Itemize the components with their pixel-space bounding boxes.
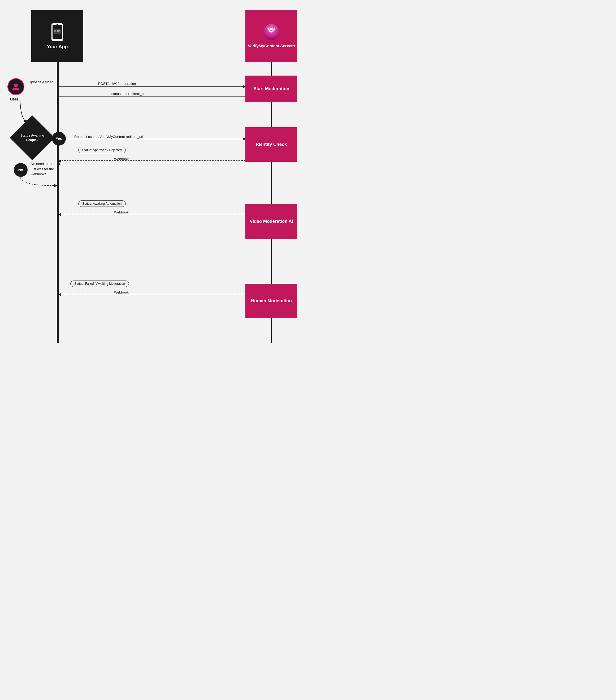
human-moderation-block: Human Moderation (245, 284, 297, 318)
diamond-container: Status Awaiting People? (14, 119, 51, 157)
post-line (59, 86, 245, 87)
your-app-box: Your App (31, 10, 83, 62)
user-circle (8, 78, 24, 95)
post-label: POST/api/v1/moderation (98, 82, 136, 86)
svg-rect-6 (57, 31, 59, 32)
approved-badge: Status: Approved / Rejected (78, 147, 126, 153)
identity-check-label: Identity Check (256, 141, 287, 147)
start-moderation-label: Start Moderation (253, 86, 289, 92)
failed-badge: Status: Failed / Awaiting Moderation (70, 280, 129, 287)
human-moderation-label: Human Moderation (251, 298, 292, 304)
svg-point-4 (54, 30, 56, 32)
vmc-server-label: VerifyMyContent Servers (248, 43, 295, 49)
yes-circle: Yes (52, 132, 66, 146)
redirect-user-label: Redirect user to VerifyMyContent redirec… (74, 135, 143, 139)
svg-rect-5 (57, 30, 60, 31)
video-moderation-label: Video Moderation AI (250, 218, 293, 224)
status-redirect-label: status and redirect_url (111, 92, 146, 96)
svg-point-8 (270, 28, 273, 30)
vmc-logo (263, 24, 280, 40)
awaiting-automation-badge: Status: Awaiting Automation (78, 200, 126, 207)
vmc-server-box: VerifyMyContent Servers (245, 10, 297, 62)
webhook-dashed-3 (59, 294, 245, 294)
svg-point-2 (57, 24, 58, 25)
diagram-container: Your App VerifyMyContent Servers Start M… (0, 0, 308, 350)
phone-icon (49, 23, 65, 41)
svg-marker-11 (54, 184, 57, 187)
no-dashed-arrow (13, 170, 61, 191)
webhook-dashed-2 (59, 214, 245, 214)
your-app-label: Your App (47, 44, 68, 50)
status-line (59, 96, 245, 97)
redirect-line (66, 139, 245, 139)
user-icon (11, 82, 21, 91)
webhook-dashed-1 (59, 160, 245, 161)
video-moderation-block: Video Moderation AI (245, 204, 297, 239)
identity-check-block: Identity Check (245, 127, 297, 162)
main-vertical-line (57, 62, 59, 343)
start-moderation-block: Start Moderation (245, 76, 297, 102)
uploads-label: Uploads a video (29, 80, 53, 84)
svg-point-9 (14, 84, 18, 87)
diamond-text: Status Awaiting People? (21, 133, 44, 142)
